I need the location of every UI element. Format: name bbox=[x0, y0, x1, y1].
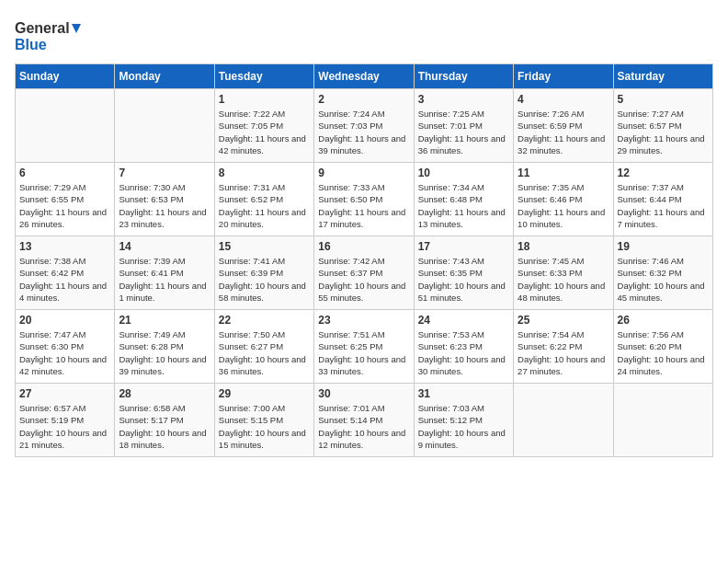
day-info: Sunrise: 7:29 AM Sunset: 6:55 PM Dayligh… bbox=[19, 181, 110, 230]
calendar-cell: 14Sunrise: 7:39 AM Sunset: 6:41 PM Dayli… bbox=[115, 236, 214, 310]
day-info: Sunrise: 7:25 AM Sunset: 7:01 PM Dayligh… bbox=[418, 108, 509, 156]
day-info: Sunrise: 7:47 AM Sunset: 6:30 PM Dayligh… bbox=[19, 328, 110, 377]
calendar-cell: 5Sunrise: 7:27 AM Sunset: 6:57 PM Daylig… bbox=[613, 89, 712, 163]
calendar-week-3: 13Sunrise: 7:38 AM Sunset: 6:42 PM Dayli… bbox=[16, 236, 713, 310]
calendar-cell: 26Sunrise: 7:56 AM Sunset: 6:20 PM Dayli… bbox=[613, 310, 712, 384]
day-number: 2 bbox=[318, 93, 409, 106]
svg-marker-2 bbox=[72, 24, 81, 33]
calendar-cell: 2Sunrise: 7:24 AM Sunset: 7:03 PM Daylig… bbox=[314, 89, 414, 163]
day-info: Sunrise: 7:38 AM Sunset: 6:42 PM Dayligh… bbox=[19, 255, 110, 304]
day-info: Sunrise: 7:34 AM Sunset: 6:48 PM Dayligh… bbox=[418, 181, 509, 230]
day-number: 7 bbox=[119, 167, 210, 179]
header-sunday: Sunday bbox=[16, 64, 115, 89]
calendar-cell: 25Sunrise: 7:54 AM Sunset: 6:22 PM Dayli… bbox=[514, 310, 613, 384]
calendar-week-5: 27Sunrise: 6:57 AM Sunset: 5:19 PM Dayli… bbox=[16, 384, 713, 457]
day-number: 17 bbox=[418, 240, 509, 253]
day-info: Sunrise: 7:39 AM Sunset: 6:41 PM Dayligh… bbox=[119, 255, 210, 304]
day-number: 24 bbox=[418, 314, 509, 327]
day-number: 21 bbox=[119, 314, 210, 327]
day-info: Sunrise: 7:49 AM Sunset: 6:28 PM Dayligh… bbox=[119, 328, 210, 377]
day-number: 6 bbox=[19, 167, 110, 179]
calendar-cell: 29Sunrise: 7:00 AM Sunset: 5:15 PM Dayli… bbox=[214, 384, 313, 457]
calendar-cell: 20Sunrise: 7:47 AM Sunset: 6:30 PM Dayli… bbox=[16, 310, 115, 384]
calendar-cell: 4Sunrise: 7:26 AM Sunset: 6:59 PM Daylig… bbox=[514, 89, 613, 163]
day-info: Sunrise: 7:31 AM Sunset: 6:52 PM Dayligh… bbox=[219, 181, 310, 230]
day-info: Sunrise: 7:26 AM Sunset: 6:59 PM Dayligh… bbox=[518, 108, 609, 156]
calendar-cell: 16Sunrise: 7:42 AM Sunset: 6:37 PM Dayli… bbox=[314, 236, 414, 310]
day-info: Sunrise: 7:03 AM Sunset: 5:12 PM Dayligh… bbox=[418, 402, 509, 451]
day-info: Sunrise: 7:37 AM Sunset: 6:44 PM Dayligh… bbox=[618, 181, 709, 230]
day-info: Sunrise: 7:53 AM Sunset: 6:23 PM Dayligh… bbox=[418, 328, 509, 377]
calendar-cell: 10Sunrise: 7:34 AM Sunset: 6:48 PM Dayli… bbox=[414, 163, 513, 236]
header-tuesday: Tuesday bbox=[214, 64, 313, 89]
day-info: Sunrise: 7:43 AM Sunset: 6:35 PM Dayligh… bbox=[418, 255, 509, 304]
day-info: Sunrise: 6:58 AM Sunset: 5:17 PM Dayligh… bbox=[119, 402, 210, 451]
day-number: 11 bbox=[518, 167, 609, 179]
day-info: Sunrise: 7:30 AM Sunset: 6:53 PM Dayligh… bbox=[119, 181, 210, 230]
calendar-cell: 27Sunrise: 6:57 AM Sunset: 5:19 PM Dayli… bbox=[16, 384, 115, 457]
header-friday: Friday bbox=[514, 64, 613, 89]
calendar-cell: 1Sunrise: 7:22 AM Sunset: 7:05 PM Daylig… bbox=[214, 89, 313, 163]
svg-text:General: General bbox=[15, 20, 70, 36]
svg-text:Blue: Blue bbox=[15, 37, 47, 52]
calendar-cell: 13Sunrise: 7:38 AM Sunset: 6:42 PM Dayli… bbox=[16, 236, 115, 310]
day-info: Sunrise: 7:27 AM Sunset: 6:57 PM Dayligh… bbox=[618, 108, 709, 156]
day-number: 26 bbox=[618, 314, 709, 327]
day-number: 13 bbox=[19, 240, 110, 253]
calendar-cell: 24Sunrise: 7:53 AM Sunset: 6:23 PM Dayli… bbox=[414, 310, 513, 384]
day-info: Sunrise: 7:00 AM Sunset: 5:15 PM Dayligh… bbox=[219, 402, 310, 451]
day-number: 18 bbox=[518, 240, 609, 253]
day-info: Sunrise: 7:46 AM Sunset: 6:32 PM Dayligh… bbox=[618, 255, 709, 304]
header-monday: Monday bbox=[115, 64, 214, 89]
day-number: 22 bbox=[219, 314, 310, 327]
day-info: Sunrise: 7:45 AM Sunset: 6:33 PM Dayligh… bbox=[518, 255, 609, 304]
header-wednesday: Wednesday bbox=[314, 64, 414, 89]
calendar-cell: 28Sunrise: 6:58 AM Sunset: 5:17 PM Dayli… bbox=[115, 384, 214, 457]
calendar-cell bbox=[115, 89, 214, 163]
day-info: Sunrise: 7:56 AM Sunset: 6:20 PM Dayligh… bbox=[618, 328, 709, 377]
logo: GeneralBlue bbox=[15, 15, 88, 56]
day-number: 28 bbox=[119, 387, 210, 400]
calendar-cell bbox=[613, 384, 712, 457]
day-number: 16 bbox=[318, 240, 409, 253]
day-info: Sunrise: 7:54 AM Sunset: 6:22 PM Dayligh… bbox=[518, 328, 609, 377]
calendar-cell: 31Sunrise: 7:03 AM Sunset: 5:12 PM Dayli… bbox=[414, 384, 513, 457]
day-info: Sunrise: 7:51 AM Sunset: 6:25 PM Dayligh… bbox=[318, 328, 409, 377]
calendar-cell bbox=[514, 384, 613, 457]
calendar-cell: 11Sunrise: 7:35 AM Sunset: 6:46 PM Dayli… bbox=[514, 163, 613, 236]
day-number: 9 bbox=[318, 167, 409, 179]
day-number: 23 bbox=[318, 314, 409, 327]
day-number: 29 bbox=[219, 387, 310, 400]
calendar-cell: 6Sunrise: 7:29 AM Sunset: 6:55 PM Daylig… bbox=[16, 163, 115, 236]
day-number: 12 bbox=[618, 167, 709, 179]
calendar-cell bbox=[16, 89, 115, 163]
day-info: Sunrise: 7:01 AM Sunset: 5:14 PM Dayligh… bbox=[318, 402, 409, 451]
day-number: 1 bbox=[219, 93, 310, 106]
calendar-cell: 12Sunrise: 7:37 AM Sunset: 6:44 PM Dayli… bbox=[613, 163, 712, 236]
calendar-cell: 23Sunrise: 7:51 AM Sunset: 6:25 PM Dayli… bbox=[314, 310, 414, 384]
calendar-cell: 19Sunrise: 7:46 AM Sunset: 6:32 PM Dayli… bbox=[613, 236, 712, 310]
calendar-header-row: SundayMondayTuesdayWednesdayThursdayFrid… bbox=[16, 64, 713, 89]
day-number: 5 bbox=[618, 93, 709, 106]
day-info: Sunrise: 7:24 AM Sunset: 7:03 PM Dayligh… bbox=[318, 108, 409, 156]
day-info: Sunrise: 7:50 AM Sunset: 6:27 PM Dayligh… bbox=[219, 328, 310, 377]
day-number: 25 bbox=[518, 314, 609, 327]
day-number: 31 bbox=[418, 387, 509, 400]
day-number: 15 bbox=[219, 240, 310, 253]
day-info: Sunrise: 7:42 AM Sunset: 6:37 PM Dayligh… bbox=[318, 255, 409, 304]
day-number: 19 bbox=[618, 240, 709, 253]
day-number: 10 bbox=[418, 167, 509, 179]
calendar-week-4: 20Sunrise: 7:47 AM Sunset: 6:30 PM Dayli… bbox=[16, 310, 713, 384]
day-info: Sunrise: 7:33 AM Sunset: 6:50 PM Dayligh… bbox=[318, 181, 409, 230]
day-number: 30 bbox=[318, 387, 409, 400]
calendar-cell: 17Sunrise: 7:43 AM Sunset: 6:35 PM Dayli… bbox=[414, 236, 513, 310]
day-number: 8 bbox=[219, 167, 310, 179]
day-info: Sunrise: 7:22 AM Sunset: 7:05 PM Dayligh… bbox=[219, 108, 310, 156]
day-number: 20 bbox=[19, 314, 110, 327]
day-info: Sunrise: 6:57 AM Sunset: 5:19 PM Dayligh… bbox=[19, 402, 110, 451]
calendar-cell: 30Sunrise: 7:01 AM Sunset: 5:14 PM Dayli… bbox=[314, 384, 414, 457]
calendar-cell: 8Sunrise: 7:31 AM Sunset: 6:52 PM Daylig… bbox=[214, 163, 313, 236]
day-info: Sunrise: 7:41 AM Sunset: 6:39 PM Dayligh… bbox=[219, 255, 310, 304]
calendar-cell: 22Sunrise: 7:50 AM Sunset: 6:27 PM Dayli… bbox=[214, 310, 313, 384]
header-thursday: Thursday bbox=[414, 64, 513, 89]
